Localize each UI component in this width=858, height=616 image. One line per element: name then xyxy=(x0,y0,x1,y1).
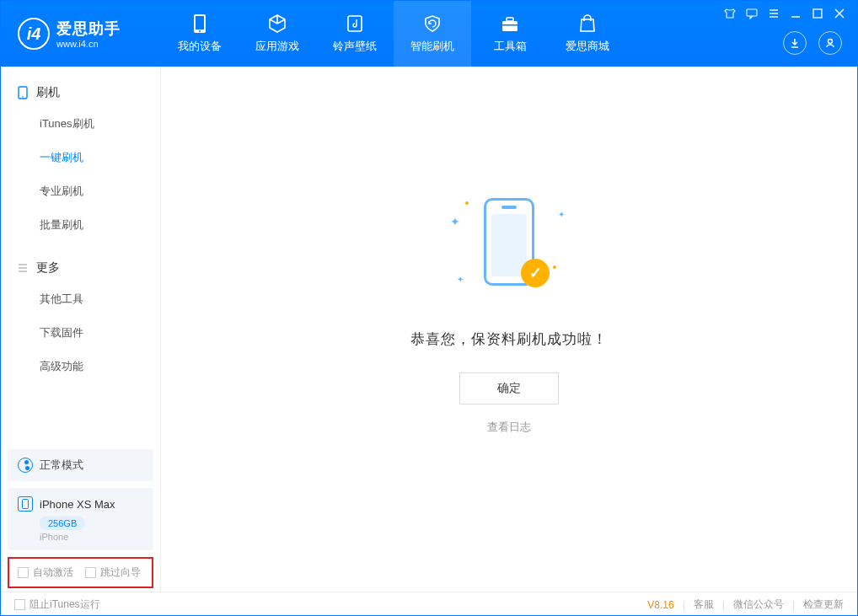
svg-point-9 xyxy=(829,40,833,44)
tab-label: 工具箱 xyxy=(494,39,527,54)
device-type: iPhone xyxy=(40,532,143,542)
phone-icon xyxy=(190,13,210,34)
skin-icon[interactable] xyxy=(724,8,736,19)
checkbox-label: 跳过向导 xyxy=(100,565,141,580)
options-highlighted-box: 自动激活 跳过向导 xyxy=(8,557,153,588)
sidebar: 刷机 iTunes刷机 一键刷机 专业刷机 批量刷机 更多 其他工具 下载固件 … xyxy=(1,67,161,592)
sparkle-icon: ✦ xyxy=(558,210,565,219)
divider: | xyxy=(792,599,795,611)
sidebar-head-label: 刷机 xyxy=(36,85,60,100)
device-row: iPhone XS Max xyxy=(18,496,143,512)
view-log-link[interactable]: 查看日志 xyxy=(487,420,531,435)
sidebar-section-flash: 刷机 iTunes刷机 一键刷机 专业刷机 批量刷机 xyxy=(1,67,160,242)
sidebar-item-other-tools[interactable]: 其他工具 xyxy=(1,282,160,316)
nav-tabs: 我的设备 应用游戏 铃声壁纸 智能刷机 工具箱 爱思商城 xyxy=(161,1,626,67)
version-label: V8.16 xyxy=(647,599,673,611)
sparkle-icon: ✦ xyxy=(450,215,460,228)
shopping-bag-icon xyxy=(577,13,598,34)
tab-apps-games[interactable]: 应用游戏 xyxy=(239,1,316,67)
sidebar-item-itunes-flash[interactable]: iTunes刷机 xyxy=(1,107,160,141)
window-controls xyxy=(724,8,845,19)
svg-rect-6 xyxy=(502,24,517,26)
device-outline-icon xyxy=(16,86,29,99)
checkbox-prevent-itunes[interactable]: 阻止iTunes运行 xyxy=(14,597,100,612)
tab-ringtones[interactable]: 铃声壁纸 xyxy=(316,1,394,67)
check-badge-icon: ✓ xyxy=(521,259,550,287)
footer-right: V8.16 | 客服 | 微信公众号 | 检查更新 xyxy=(647,597,844,612)
confirm-button[interactable]: 确定 xyxy=(459,372,559,404)
music-note-icon xyxy=(345,13,365,34)
check-update-link[interactable]: 检查更新 xyxy=(803,597,844,612)
sidebar-item-pro-flash[interactable]: 专业刷机 xyxy=(1,174,160,208)
tab-label: 我的设备 xyxy=(178,39,222,54)
device-name: iPhone XS Max xyxy=(40,498,115,511)
svg-rect-5 xyxy=(507,18,513,21)
checkbox-label: 阻止iTunes运行 xyxy=(29,597,100,612)
app-title: 爱思助手 xyxy=(56,19,121,39)
header-action-icons xyxy=(783,31,842,55)
sparkle-icon: ✦ xyxy=(457,275,464,284)
mode-label: 正常模式 xyxy=(40,458,83,473)
close-icon[interactable] xyxy=(834,8,845,19)
svg-point-2 xyxy=(199,30,201,32)
sidebar-bottom: 正常模式 iPhone XS Max 256GB iPhone 自动激活 跳过向… xyxy=(1,442,160,592)
svg-rect-4 xyxy=(502,21,517,31)
wechat-link[interactable]: 微信公众号 xyxy=(733,597,784,612)
tab-my-device[interactable]: 我的设备 xyxy=(161,1,239,67)
mode-box[interactable]: 正常模式 xyxy=(8,449,153,481)
download-icon[interactable] xyxy=(783,31,807,55)
tab-label: 爱思商城 xyxy=(566,39,609,54)
device-storage-badge: 256GB xyxy=(40,517,85,530)
tab-smart-flash[interactable]: 智能刷机 xyxy=(394,1,471,67)
user-icon[interactable] xyxy=(818,31,842,55)
checkbox-icon xyxy=(85,567,96,578)
minimize-icon[interactable] xyxy=(790,8,802,19)
divider: | xyxy=(722,599,725,611)
checkbox-skip-guide[interactable]: 跳过向导 xyxy=(85,565,141,580)
dot-icon xyxy=(465,201,469,205)
footer-bar: 阻止iTunes运行 V8.16 | 客服 | 微信公众号 | 检查更新 xyxy=(1,592,857,616)
cube-icon xyxy=(267,13,287,34)
sidebar-head-flash: 刷机 xyxy=(1,78,160,107)
app-logo-icon: i4 xyxy=(18,18,50,50)
list-icon xyxy=(16,261,29,275)
feedback-icon[interactable] xyxy=(746,8,758,19)
app-url: www.i4.cn xyxy=(56,39,121,49)
device-small-icon xyxy=(18,496,33,512)
tab-label: 智能刷机 xyxy=(410,39,454,54)
body-area: 刷机 iTunes刷机 一键刷机 专业刷机 批量刷机 更多 其他工具 下载固件 … xyxy=(1,67,857,592)
maximize-icon[interactable] xyxy=(812,8,823,19)
support-link[interactable]: 客服 xyxy=(694,597,714,612)
refresh-shield-icon xyxy=(422,13,442,34)
sidebar-head-label: 更多 xyxy=(36,260,60,276)
toolbox-icon xyxy=(500,13,520,34)
success-illustration: ✦ ✦ ✦ ✓ xyxy=(442,190,576,308)
divider: | xyxy=(683,599,685,611)
main-content: ✦ ✦ ✦ ✓ 恭喜您，保资料刷机成功啦！ 确定 查看日志 xyxy=(161,67,857,592)
logo-text: 爱思助手 www.i4.cn xyxy=(56,19,121,49)
svg-rect-8 xyxy=(813,9,822,18)
menu-icon[interactable] xyxy=(768,8,780,19)
checkbox-auto-activate[interactable]: 自动激活 xyxy=(18,565,73,580)
header-bar: i4 爱思助手 www.i4.cn 我的设备 应用游戏 铃声壁纸 智能刷机 工具… xyxy=(1,1,857,67)
sidebar-item-download-firmware[interactable]: 下载固件 xyxy=(1,316,160,350)
tab-toolbox[interactable]: 工具箱 xyxy=(471,1,549,67)
dot-icon xyxy=(553,265,556,269)
sidebar-section-more: 更多 其他工具 下载固件 高级功能 xyxy=(1,242,160,383)
tab-store[interactable]: 爱思商城 xyxy=(549,1,626,67)
tab-label: 应用游戏 xyxy=(255,39,299,54)
logo-area[interactable]: i4 爱思助手 www.i4.cn xyxy=(1,18,161,50)
sidebar-head-more: 更多 xyxy=(1,254,160,282)
checkbox-icon xyxy=(18,567,29,578)
device-box[interactable]: iPhone XS Max 256GB iPhone xyxy=(8,488,153,550)
checkbox-label: 自动激活 xyxy=(33,565,73,580)
svg-point-11 xyxy=(22,96,24,98)
sidebar-item-batch-flash[interactable]: 批量刷机 xyxy=(1,208,160,242)
svg-rect-7 xyxy=(747,9,757,16)
sidebar-item-onekey-flash[interactable]: 一键刷机 xyxy=(1,141,160,174)
svg-rect-12 xyxy=(23,500,29,509)
mode-icon xyxy=(18,458,33,473)
sidebar-item-advanced[interactable]: 高级功能 xyxy=(1,350,160,383)
success-message: 恭喜您，保资料刷机成功啦！ xyxy=(410,329,608,349)
tab-label: 铃声壁纸 xyxy=(333,39,377,54)
